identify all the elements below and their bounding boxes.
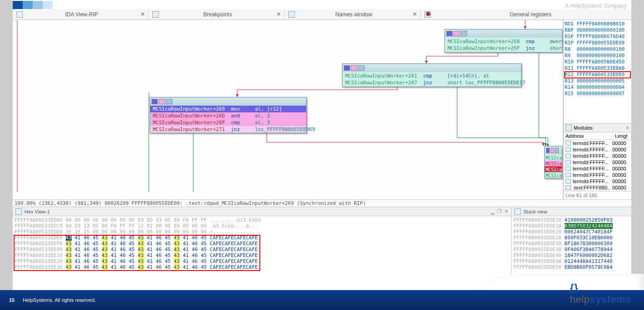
color-icon (454, 31, 460, 36)
tab-ida-view[interactable]: IDA View-RIP ✕ (13, 9, 149, 19)
breakpoints-icon (152, 11, 159, 18)
ida-view-icon (16, 11, 23, 18)
brand-logo: {} helpsystems (570, 282, 631, 305)
hex-row[interactable]: FFFFFA800533EE00 43 41 46 45 43 41 46 45… (15, 247, 509, 252)
close-icon[interactable]: ✕ (141, 11, 145, 17)
register-rsp[interactable]: RSP FFFFF88006676D40 (565, 34, 630, 40)
module-row[interactable]: termdd:FFFFF...00000 (564, 172, 631, 178)
hex-icon (15, 208, 22, 215)
company-label: A HelpSystems Company (565, 3, 631, 9)
registers-panel[interactable]: RDI FFFFF8A00889B010RBP 0000000000000100… (564, 20, 631, 123)
stack-row[interactable]: FFFFF880055EDE38 0F406F3B40778944 (513, 247, 629, 252)
register-r11[interactable]: R11 FFFFFA800533EBA8 (565, 65, 630, 72)
stack-row[interactable]: FFFFF880055EDE20 00024047C740184F (513, 229, 629, 235)
stack-title: Stack view (523, 209, 547, 214)
tab-label: General registers (434, 11, 628, 18)
node-body: MCSIcaRawInputWorker+258 cmp dword pt MC… (445, 38, 562, 52)
module-row[interactable]: termdd:FFFFF...00000 (564, 140, 631, 146)
bug-icon (424, 11, 431, 18)
close-icon[interactable]: ✕ (277, 11, 281, 17)
col-address[interactable]: Address (564, 132, 613, 140)
stack-view-header: Stack view (512, 207, 631, 216)
stack-row[interactable]: FFFFF880055EDE30 BF18678300000309 (513, 241, 629, 247)
tab-names[interactable]: Names window ✕ (285, 9, 421, 19)
hex-row[interactable]: FFFFFA800533EE20 43 41 46 45 43 41 46 45… (15, 258, 509, 264)
hex-title: Hex View-1 (24, 209, 50, 214)
hex-row[interactable]: FFFFFA800533EE10 43 41 46 45 43 41 46 45… (15, 252, 509, 258)
modules-tab[interactable]: Modules ✕ (564, 123, 631, 132)
stack-row[interactable]: FFFFF880055EDE40 1847F6000002D682 (513, 252, 629, 258)
hex-dump[interactable]: FFFFFA800533EDB0 00 00 00 00 00 00 00 00… (13, 216, 511, 297)
stack-row[interactable]: FFFFF880055EDE48 0124448A41317440 (513, 258, 629, 264)
color-icon (546, 148, 550, 153)
hex-view-header: Hex View-1 ▁ ❐ ✕ (13, 207, 511, 216)
stack-row[interactable]: FFFFF880055EDE50 EBD8B60F0578C084 (513, 264, 629, 270)
tab-breakpoints[interactable]: Breakpoints ✕ (149, 9, 285, 19)
module-row[interactable]: .text:FFFFF880...00000 (564, 184, 631, 191)
restore-icon[interactable]: ❐ (497, 208, 502, 214)
graph-view[interactable]: MCSIcaRawInputWorker+258 cmp dword pt MC… (13, 20, 563, 199)
register-r9[interactable]: R9 0000000000000100 (565, 53, 630, 59)
hex-row[interactable]: FFFFFA800533EDC0 00 E0 33 05 80 FA FF FF… (15, 223, 509, 229)
status-bar: 100.00% (2362,4338) (981,349) 00026209 F… (13, 199, 631, 207)
module-row[interactable]: termdd:FFFFF...00000 (564, 165, 631, 172)
node-header[interactable] (445, 29, 562, 38)
minimize-icon[interactable]: ▁ (491, 208, 494, 214)
node-header[interactable] (150, 97, 306, 106)
color-icon (351, 65, 357, 71)
hex-view-pane[interactable]: Hex View-1 ▁ ❐ ✕ FFFFFA800533EDB0 00 00 … (13, 207, 512, 297)
tab-general-registers[interactable]: General registers (421, 9, 631, 19)
graph-node[interactable]: MCSIcaRawInputWorker+261 cmp [rdi+14Ch],… (342, 63, 522, 87)
node-body: MCSIcaRawInputWorker+261 cmp [rdi+14Ch],… (342, 72, 521, 87)
stack-row[interactable]: FFFFF880055EDE10 4100000252850F03 (513, 217, 629, 223)
color-icon (551, 148, 554, 153)
tab-label: Breakpoints (161, 11, 274, 18)
node-header[interactable] (545, 146, 562, 155)
col-length[interactable]: Lengt (613, 132, 631, 140)
modules-icon (566, 125, 572, 131)
modules-title: Modules (574, 125, 593, 131)
graph-node[interactable]: MCSIca MCSIca MCSIca MCSIca (544, 146, 562, 179)
node-body: MCSIcaRawInputWorker+269 mov al, [r12]MC… (150, 106, 306, 133)
close-icon[interactable]: ✕ (413, 11, 417, 17)
hex-row[interactable]: FFFFFA800533EDF0 43 41 46 45 43 41 46 45… (15, 241, 509, 247)
hex-row[interactable]: FFFFFA800533EDD0 3E 15 15 00 00 00 00 00… (15, 229, 509, 235)
register-rip[interactable]: RIP FFFFF880055EDE09 (565, 40, 630, 46)
stack-icon (514, 208, 521, 215)
close-icon[interactable]: ✕ (504, 208, 508, 214)
register-rbp[interactable]: RBP 0000000000000100 (565, 27, 630, 34)
register-r13[interactable]: R13 0000000000000005 (565, 78, 630, 84)
color-icon (151, 99, 158, 104)
color-icon (461, 31, 467, 36)
graph-node[interactable]: MCSIcaRawInputWorker+258 cmp dword pt MC… (444, 29, 562, 53)
register-r15[interactable]: R15 0000000000000007 (565, 91, 630, 97)
line-info: Line 61 of 185 (564, 191, 631, 199)
close-icon[interactable]: ✕ (625, 125, 629, 131)
hex-row[interactable]: FFFFFA800533EDB0 00 00 00 00 00 00 00 00… (15, 217, 509, 223)
stack-row[interactable]: FFFFF880055EDE28 850F033C10EB0000 (513, 235, 629, 241)
register-r8[interactable]: R8 0000000000000100 (565, 46, 630, 53)
hex-row[interactable]: FFFFFA800533EE30 43 41 46 45 43 41 46 45… (15, 264, 509, 270)
register-r14[interactable]: R14 0000000000000004 (565, 84, 630, 91)
modules-panel[interactable]: Address Lengt termdd:FFFFF...00000termdd… (564, 132, 631, 191)
register-rdi[interactable]: RDI FFFFF8A00889B010 (565, 21, 630, 27)
module-row[interactable]: termdd:FFFFF...00000 (564, 178, 631, 184)
stack-row[interactable]: FFFFF880055EDE18 830D75032424048A (513, 223, 629, 229)
hex-row[interactable]: FFFFFA800533EDE0 43 41 46 45 43 41 46 45… (15, 235, 509, 241)
modules-columns: Address Lengt (564, 132, 631, 140)
top-bar: A HelpSystems Company (13, 0, 631, 9)
graph-node[interactable]: MCSIcaRawInputWorker+269 mov al, [r12]MC… (150, 97, 307, 133)
register-r10[interactable]: R10 FFFFFA8005B0E450 (565, 59, 630, 65)
color-icon (159, 99, 165, 104)
node-body: MCSIca MCSIca MCSIca MCSIca (545, 155, 562, 178)
module-row[interactable]: termdd:FFFFF...00000 (564, 146, 631, 153)
page-number: 15 (9, 297, 15, 303)
color-icon (446, 31, 453, 36)
register-r12[interactable]: R12 FFFFFA800533EDE0 (565, 72, 630, 78)
module-row[interactable]: termdd:FFFFF...00000 (564, 159, 631, 165)
module-row[interactable]: termdd:FFFFF...00000 (564, 153, 631, 159)
footer: 15 HelpSystems. All rights reserved. (0, 290, 644, 310)
tab-row: IDA View-RIP ✕ Breakpoints ✕ Names windo… (13, 9, 631, 20)
node-header[interactable] (342, 64, 521, 72)
copyright: HelpSystems. All rights reserved. (23, 297, 96, 303)
